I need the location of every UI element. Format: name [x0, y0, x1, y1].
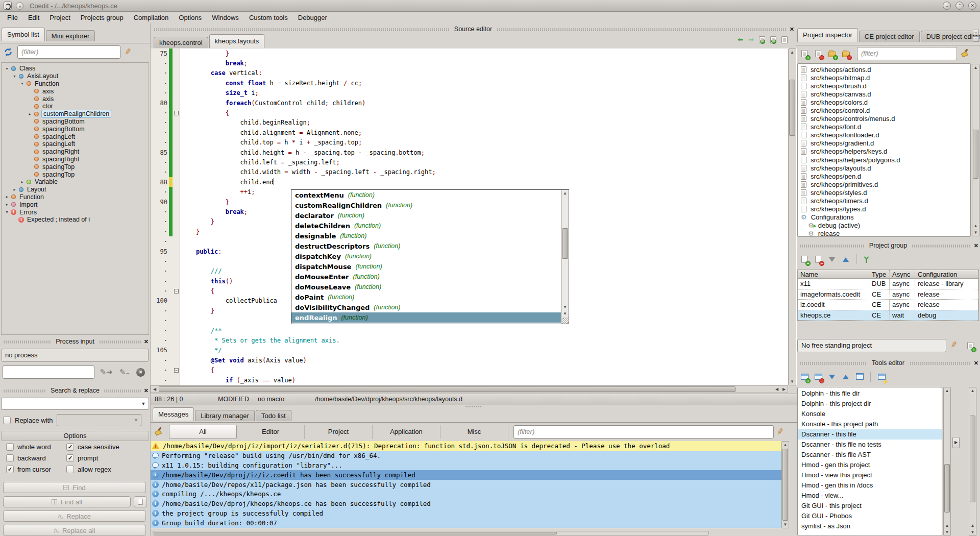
add-project-icon[interactable]: +: [799, 254, 810, 265]
configurations-item[interactable]: ⚙Configurations: [801, 213, 970, 222]
close-icon[interactable]: ✕: [972, 360, 978, 367]
code-line[interactable]: · size_t i;: [151, 88, 797, 98]
symbol-item[interactable]: ▸Layout: [2, 186, 149, 193]
replace-combobox[interactable]: ▼: [57, 414, 141, 426]
clear-messages-icon[interactable]: [153, 427, 163, 436]
code-line[interactable]: · /**: [151, 326, 797, 335]
project-file-item[interactable]: src/kheops/actions.d: [801, 65, 970, 74]
tool-item[interactable]: Dolphin - this file dir: [798, 388, 942, 399]
scroll-up-icon[interactable]: ▲: [969, 522, 976, 529]
left-tab-mini-explorer[interactable]: Mini explorer: [46, 30, 95, 41]
resize-grip[interactable]: [562, 318, 569, 324]
code-line[interactable]: 80 foreach(CustomControl child; children…: [151, 98, 797, 108]
left-tab-symbol-list[interactable]: Symbol list: [2, 28, 45, 41]
symbol-item[interactable]: ▸Import: [2, 201, 149, 208]
tool-item[interactable]: Dscanner - this file AST: [798, 450, 942, 460]
symbol-item[interactable]: spacingLeft: [2, 140, 149, 148]
move-tool-down-icon[interactable]: [826, 371, 838, 382]
symbol-item[interactable]: axis: [2, 95, 149, 103]
move-down-icon[interactable]: [826, 254, 838, 265]
file-tree-scrollbar[interactable]: ▲ ▲ ▼: [972, 64, 979, 236]
checkbox[interactable]: ✓: [66, 454, 74, 462]
tree-expander-icon[interactable]: ▸: [27, 112, 33, 116]
scroll-left-icon[interactable]: ◀: [773, 386, 780, 393]
project-file-item[interactable]: src/kheops/styles.d: [801, 188, 970, 197]
find-all-button[interactable]: Find all: [3, 496, 131, 507]
symbol-item[interactable]: ▸customRealignChildren: [2, 110, 149, 118]
menu-debugger[interactable]: Debugger: [293, 12, 332, 23]
completion-item[interactable]: dispatchKey(function): [291, 251, 561, 261]
checkbox[interactable]: [6, 443, 14, 451]
project-group-header[interactable]: Project group ✕: [796, 242, 980, 250]
find-button[interactable]: Find: [3, 482, 146, 493]
tools-editor-header[interactable]: Tools editor ✕: [796, 359, 980, 367]
close-icon[interactable]: ✕: [788, 26, 794, 33]
messages-vertical-scrollbar[interactable]: ▲ ▼: [781, 441, 789, 528]
editor-tab-kheops-control[interactable]: kheops.control: [154, 37, 208, 48]
tool-item[interactable]: symlist - as Json: [798, 521, 942, 531]
log-row[interactable]: Performing "release" build using /usr/bi…: [151, 451, 781, 460]
scroll-down-icon[interactable]: ▼: [789, 378, 796, 385]
tree-expander-icon[interactable]: ▸: [19, 180, 26, 184]
add-tool-icon[interactable]: +: [799, 371, 810, 382]
message-filter-input[interactable]: [513, 425, 774, 438]
source-editor-header[interactable]: Source editor ✕: [151, 26, 796, 33]
find-all-list-button[interactable]: [134, 496, 147, 507]
replace-all-button[interactable]: b₂ Replace all: [3, 525, 146, 536]
window-maximize-button[interactable]: ⌃: [955, 2, 964, 10]
project-row[interactable]: x11DUBasyncrelease - library: [798, 279, 978, 289]
completion-item[interactable]: destructDescriptors(function): [291, 241, 561, 251]
completion-item[interactable]: contextMenu(function): [291, 190, 561, 200]
completion-item[interactable]: doVisibilityChanged(function): [291, 302, 561, 312]
code-line[interactable]: ·− {: [151, 366, 797, 375]
project-row[interactable]: imageformats.coeditCEasyncrelease: [798, 289, 978, 300]
menu-file[interactable]: File: [2, 12, 23, 23]
go-forward-icon[interactable]: ➡: [748, 36, 754, 43]
filter-project-button[interactable]: Project: [305, 425, 373, 439]
column-header-name[interactable]: Name: [798, 270, 869, 278]
right-tab-ce-project-editor[interactable]: CE project editor: [859, 31, 920, 42]
editor-horizontal-scrollbar[interactable]: ◀ ◀ ▶: [151, 385, 788, 393]
checkbox[interactable]: ✓: [66, 443, 74, 451]
symbol-item[interactable]: ▾!Errors: [2, 208, 149, 216]
option-allow-regex[interactable]: allow regex: [66, 466, 150, 473]
checkbox[interactable]: [66, 466, 74, 473]
scrollbar-thumb[interactable]: [782, 449, 788, 521]
symbol-item[interactable]: spacingLeft: [2, 133, 149, 140]
symbol-item[interactable]: spacingRight: [2, 148, 149, 156]
scroll-right-icon[interactable]: ▶: [780, 386, 788, 393]
log-row[interactable]: i/home/basile/Dev/dproj/kheops/kheops.ce…: [151, 499, 781, 508]
search-header[interactable]: Search & replace ✕: [0, 387, 150, 395]
symbol-item[interactable]: ▸Variable: [2, 178, 149, 186]
project-filter-input[interactable]: [857, 47, 957, 60]
configuration-item[interactable]: ⚙▶debug (active): [801, 222, 970, 230]
scrollbar-thumb[interactable]: [944, 464, 950, 513]
project-file-item[interactable]: src/kheops/control.d: [801, 106, 970, 114]
tree-expander-icon[interactable]: ▾: [19, 81, 26, 86]
completion-item[interactable]: designable(function): [291, 231, 561, 241]
code-line[interactable]: · child.top = h * i + _spacing.top;: [151, 138, 797, 148]
replace-with-checkbox[interactable]: [3, 417, 11, 424]
tool-item[interactable]: Dscanner - this file no tests: [798, 440, 942, 450]
code-line[interactable]: · child.beginRealign;: [151, 118, 797, 128]
menu-projects-group[interactable]: Projects group: [76, 12, 129, 23]
symbol-item[interactable]: spacingBottom: [2, 125, 149, 133]
scroll-up-icon[interactable]: ▲: [944, 522, 950, 529]
column-header-configuration[interactable]: Configuration: [915, 270, 978, 278]
scroll-up-icon[interactable]: ▲: [782, 442, 789, 448]
log-row[interactable]: i/home/basile/Dev/dproj/iz/iz.coedit has…: [151, 470, 781, 480]
project-file-item[interactable]: src/kheops/font.d: [801, 123, 970, 131]
chevron-down-icon[interactable]: ▼: [138, 401, 149, 406]
filter-all-button[interactable]: All: [169, 425, 237, 439]
filter-application-button[interactable]: Application: [373, 425, 440, 439]
completion-item[interactable]: dispatchMouse(function): [291, 261, 561, 272]
right-tab-dub-project-editor[interactable]: DUB project editor: [921, 31, 980, 42]
column-header-type[interactable]: Type: [869, 270, 890, 278]
option-prompt[interactable]: ✓prompt: [66, 454, 150, 462]
add-file-icon[interactable]: +: [799, 48, 810, 59]
code-line[interactable]: 88 child.end: [151, 177, 797, 187]
code-line[interactable]: · case vertical:: [151, 68, 797, 78]
log-row[interactable]: icompiling /.../kheops/kheops.ce: [151, 489, 781, 499]
messages-tab-library-manager[interactable]: Library manager: [195, 410, 255, 421]
code-line[interactable]: · child.width = width - _spacing.left - …: [151, 167, 797, 177]
